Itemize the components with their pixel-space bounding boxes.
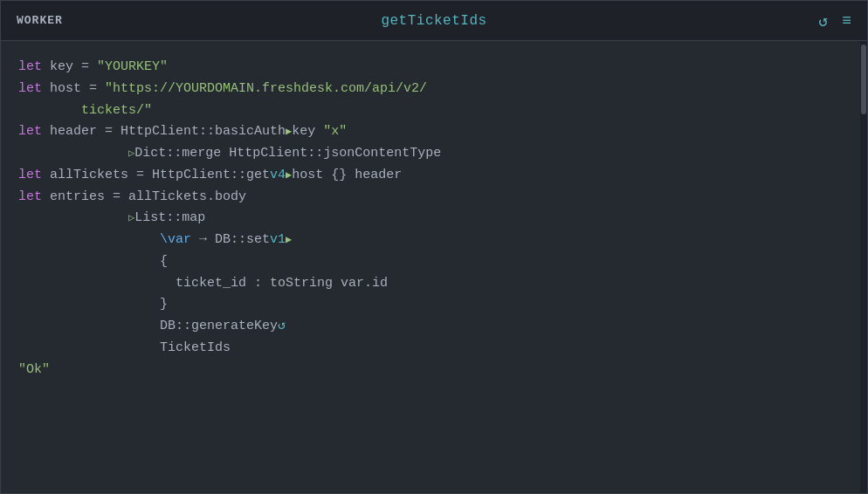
code-text: host = [42, 81, 105, 96]
code-text: List::map [134, 210, 205, 225]
code-text: TicketIds [18, 340, 231, 355]
code-text: key [292, 124, 323, 139]
code-text: entries = allTickets.body [42, 189, 246, 204]
code-text [18, 232, 160, 247]
worker-label: WORKER [17, 14, 63, 27]
code-editor: let key = "YOURKEY" let host = "https://… [1, 41, 867, 493]
code-line: \var → DB::setv1▶ [18, 230, 850, 251]
lambda-var: \var [160, 232, 191, 247]
code-line: let allTickets = HttpClient::getv4▶host … [18, 165, 850, 187]
code-text [18, 103, 81, 118]
code-text: DB::generateKey [18, 319, 278, 333]
scrollbar-thumb[interactable] [861, 45, 866, 114]
code-text: { [18, 254, 168, 269]
code-line: ▷List::map [18, 208, 850, 230]
string-value: "YOURKEY" [97, 59, 168, 74]
code-line: let header = HttpClient::basicAuth▶key "… [18, 121, 850, 143]
code-text: ticket_id : toString var.id [18, 276, 388, 291]
code-line: { [18, 251, 850, 273]
code-line: DB::generateKey↺ [18, 316, 850, 338]
keyword: let [18, 81, 42, 96]
refresh-icon[interactable]: ↺ [818, 11, 828, 31]
code-text: header = HttpClient::basicAuth [42, 124, 286, 139]
function-title: getTicketIds [381, 13, 486, 29]
code-text: key = [42, 59, 97, 74]
code-text [18, 146, 128, 161]
rotate-icon: ↺ [278, 316, 286, 338]
string-value: tickets/" [81, 103, 152, 118]
code-text: → DB::set [191, 232, 270, 247]
code-line: ▷Dict::merge HttpClient::jsonContentType [18, 143, 850, 165]
version-badge: v1 [270, 232, 286, 247]
version-badge: v4 [270, 168, 286, 182]
keyword: let [18, 189, 42, 204]
code-line: let key = "YOURKEY" [18, 57, 850, 79]
code-line: tickets/" [18, 100, 850, 122]
scrollbar-track[interactable] [860, 41, 867, 493]
code-line: "Ok" [18, 360, 850, 381]
string-value: "x" [323, 124, 347, 139]
code-line: ticket_id : toString var.id [18, 273, 850, 295]
code-line: } [18, 294, 850, 316]
string-value: "Ok" [18, 362, 50, 377]
code-line: let entries = allTickets.body [18, 187, 850, 209]
keyword: let [18, 59, 42, 74]
app-window: WORKER getTicketIds ↺ ≡ let key = "YOURK… [0, 0, 868, 494]
keyword: let [18, 168, 42, 182]
string-value: "https://YOURDOMAIN.freshdesk.com/api/v2… [105, 81, 427, 96]
code-text: Dict::merge HttpClient::jsonContentType [134, 146, 441, 161]
menu-icon[interactable]: ≡ [842, 12, 851, 30]
play-icon[interactable]: ▶ [286, 234, 292, 246]
code-text: } [18, 297, 168, 312]
code-text: allTickets = HttpClient::get [42, 168, 270, 182]
header-bar: WORKER getTicketIds ↺ ≡ [1, 1, 867, 41]
code-text: host {} header [292, 168, 402, 182]
code-line: TicketIds [18, 338, 850, 360]
code-text [18, 210, 128, 225]
keyword: let [18, 124, 42, 139]
code-line: let host = "https://YOURDOMAIN.freshdesk… [18, 79, 850, 100]
header-actions: ↺ ≡ [818, 11, 851, 31]
